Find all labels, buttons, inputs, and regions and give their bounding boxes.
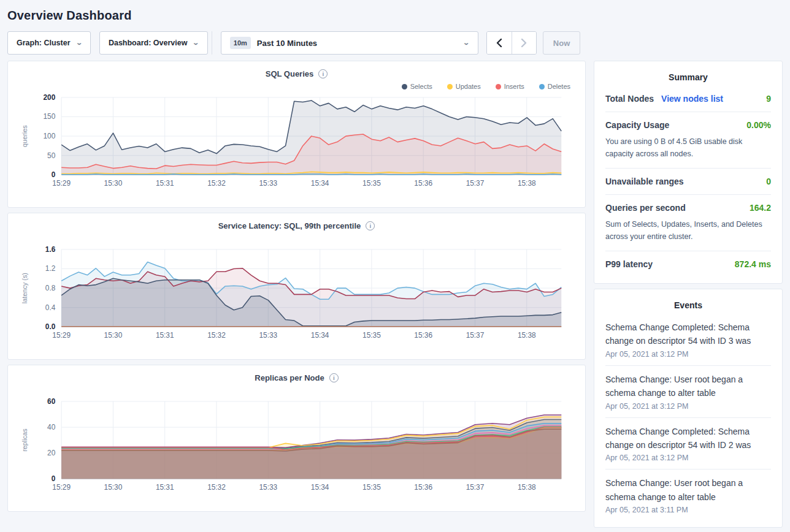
sql-queries-chart-card: SQL Queries i SelectsUpdatesInsertsDelet…	[7, 61, 586, 208]
event-item[interactable]: Schema Change: User root began a schema …	[605, 366, 771, 418]
svg-text:15:38: 15:38	[518, 331, 536, 340]
time-range-dropdown[interactable]: 10m Past 10 Minutes ⌄	[221, 31, 478, 55]
chart-legend-empty	[18, 233, 575, 244]
svg-text:15:36: 15:36	[414, 331, 432, 340]
events-list: Schema Change Completed: Schema change o…	[605, 314, 771, 521]
chevron-down-icon: ⌄	[463, 40, 470, 46]
summary-subtext: Sum of Selects, Updates, Inserts, and De…	[605, 218, 771, 243]
legend-item[interactable]: Inserts	[496, 83, 524, 90]
svg-text:1.2: 1.2	[45, 264, 55, 273]
svg-text:20: 20	[47, 449, 56, 457]
svg-text:0.0: 0.0	[45, 322, 56, 331]
svg-text:100: 100	[44, 132, 56, 140]
summary-value: 872.4 ms	[735, 259, 771, 269]
summary-value: 0.00%	[746, 120, 771, 130]
event-item[interactable]: Schema Change Completed: Schema change o…	[605, 418, 771, 470]
info-icon[interactable]: i	[366, 221, 375, 230]
charts-column: SQL Queries i SelectsUpdatesInsertsDelet…	[7, 61, 586, 517]
event-item[interactable]: Schema Change: User root began a schema …	[605, 469, 771, 521]
svg-text:15:30: 15:30	[104, 331, 123, 340]
summary-subtext: You are using 0 B of 4.5 GiB usable disk…	[605, 135, 771, 160]
summary-value: 164.2	[750, 203, 771, 213]
summary-label: Queries per second	[605, 203, 686, 213]
svg-text:15:31: 15:31	[156, 331, 174, 340]
summary-row-unavailable-ranges: Unavailable ranges 0	[605, 169, 771, 195]
time-range-badge: 10m	[230, 37, 251, 49]
svg-text:replicas: replicas	[21, 428, 28, 452]
replicas-per-node-chart[interactable]: 15:2915:3015:3115:3215:3315:3415:3515:36…	[18, 396, 575, 500]
event-timestamp: Apr 05, 2021 at 3:11 PM	[605, 506, 771, 514]
dashboard-dropdown[interactable]: Dashboard: Overview ⌄	[99, 31, 208, 55]
svg-text:15:33: 15:33	[259, 179, 278, 188]
service-latency-chart-card: Service Latency: SQL, 99th percentile i …	[7, 213, 586, 360]
svg-text:0: 0	[52, 170, 56, 179]
event-item[interactable]: Schema Change Completed: Schema change o…	[605, 314, 771, 366]
events-title: Events	[605, 300, 771, 310]
svg-text:15:35: 15:35	[362, 179, 381, 188]
svg-text:15:29: 15:29	[52, 331, 71, 340]
summary-title: Summary	[605, 72, 771, 82]
svg-text:queries: queries	[21, 125, 28, 147]
event-timestamp: Apr 05, 2021 at 3:12 PM	[605, 402, 771, 411]
svg-text:15:33: 15:33	[259, 483, 278, 492]
svg-text:15:38: 15:38	[518, 179, 536, 188]
svg-text:15:29: 15:29	[52, 483, 71, 492]
svg-text:0.8: 0.8	[45, 284, 56, 292]
time-nav-group	[486, 31, 537, 55]
event-message: Schema Change: User root began a schema …	[605, 373, 771, 400]
view-nodes-list-link[interactable]: View nodes list	[661, 94, 723, 104]
svg-text:15:30: 15:30	[104, 179, 123, 188]
time-next-button-disabled[interactable]	[512, 32, 536, 54]
event-message: Schema Change Completed: Schema change o…	[605, 425, 771, 452]
chevron-down-icon: ⌄	[193, 40, 200, 46]
legend-dot-icon	[496, 84, 501, 89]
now-button[interactable]: Now	[543, 31, 580, 55]
svg-text:200: 200	[44, 93, 56, 102]
summary-label: Total Nodes	[605, 94, 654, 104]
legend-item[interactable]: Selects	[402, 83, 432, 90]
svg-text:15:35: 15:35	[362, 483, 381, 492]
summary-panel: Summary Total Nodes View nodes list 9 Ca…	[594, 61, 783, 284]
summary-row-capacity-usage: Capacity Usage 0.00% You are using 0 B o…	[605, 112, 771, 169]
legend-item[interactable]: Updates	[447, 83, 481, 90]
svg-text:15:31: 15:31	[156, 179, 174, 188]
chevron-down-icon: ⌄	[75, 40, 83, 46]
chevron-right-icon	[521, 39, 527, 47]
chart-legend-empty	[18, 385, 575, 396]
page-title: Overview Dashboard	[7, 9, 783, 23]
svg-text:15:34: 15:34	[311, 331, 329, 340]
page-header: Overview Dashboard	[0, 0, 790, 30]
graph-dropdown-label: Graph: Cluster	[17, 39, 71, 47]
service-latency-chart[interactable]: 15:2915:3015:3115:3215:3315:3415:3515:36…	[18, 244, 575, 348]
legend-dot-icon	[447, 84, 453, 89]
sql-queries-chart[interactable]: 15:2915:3015:3115:3215:3315:3415:3515:36…	[18, 92, 575, 196]
svg-text:15:34: 15:34	[311, 483, 329, 492]
controls-bar: Graph: Cluster ⌄ Dashboard: Overview ⌄ 1…	[0, 30, 790, 55]
vertical-divider	[212, 31, 212, 55]
info-icon[interactable]: i	[329, 373, 339, 382]
svg-text:15:38: 15:38	[518, 483, 536, 492]
legend-label: Selects	[410, 83, 432, 90]
summary-label: Unavailable ranges	[605, 177, 684, 186]
svg-text:0.4: 0.4	[45, 303, 56, 312]
summary-row-queries-per-second: Queries per second 164.2 Sum of Selects,…	[605, 195, 771, 251]
svg-text:15:33: 15:33	[259, 331, 278, 340]
svg-text:15:35: 15:35	[362, 331, 381, 340]
svg-text:15:37: 15:37	[466, 483, 485, 492]
chart-legend: SelectsUpdatesInsertsDeletes	[18, 81, 575, 92]
graph-dropdown[interactable]: Graph: Cluster ⌄	[7, 31, 91, 55]
svg-text:1.6: 1.6	[45, 245, 56, 254]
legend-item[interactable]: Deletes	[539, 83, 570, 90]
legend-dot-icon	[402, 84, 407, 89]
summary-row-total-nodes: Total Nodes View nodes list 9	[605, 86, 771, 112]
legend-dot-icon	[539, 84, 545, 89]
svg-text:15:32: 15:32	[207, 331, 226, 340]
time-range-label: Past 10 Minutes	[257, 39, 317, 48]
svg-text:15:30: 15:30	[104, 483, 123, 492]
legend-label: Deletes	[548, 83, 570, 90]
svg-text:0: 0	[52, 474, 56, 483]
time-prev-button[interactable]	[487, 32, 512, 54]
main-content: SQL Queries i SelectsUpdatesInsertsDelet…	[0, 55, 790, 532]
info-icon[interactable]: i	[318, 69, 328, 78]
svg-text:40: 40	[47, 423, 56, 431]
